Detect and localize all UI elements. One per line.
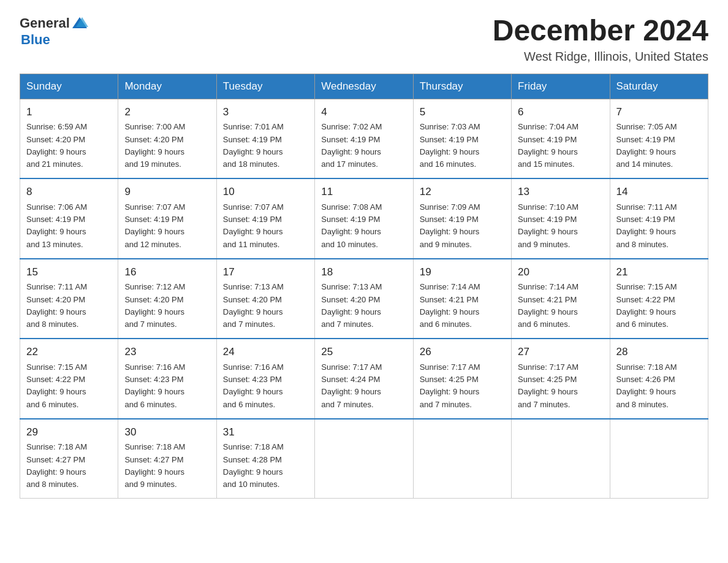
day-info: Sunrise: 7:06 AMSunset: 4:19 PMDaylight:… xyxy=(26,202,87,249)
day-number: 22 xyxy=(26,344,112,360)
calendar-header-thursday: Thursday xyxy=(413,74,511,99)
calendar-cell: 17 Sunrise: 7:13 AMSunset: 4:20 PMDaylig… xyxy=(216,259,314,339)
day-info: Sunrise: 7:16 AMSunset: 4:23 PMDaylight:… xyxy=(223,362,284,409)
logo-general-text: General xyxy=(20,15,70,31)
calendar-cell: 30 Sunrise: 7:18 AMSunset: 4:27 PMDaylig… xyxy=(118,419,216,499)
day-number: 11 xyxy=(321,184,406,200)
calendar-header-sunday: Sunday xyxy=(20,74,118,99)
calendar-cell: 19 Sunrise: 7:14 AMSunset: 4:21 PMDaylig… xyxy=(413,259,511,339)
day-info: Sunrise: 7:17 AMSunset: 4:24 PMDaylight:… xyxy=(321,362,382,409)
calendar-cell: 8 Sunrise: 7:06 AMSunset: 4:19 PMDayligh… xyxy=(20,178,118,259)
day-number: 6 xyxy=(518,104,603,120)
calendar-cell xyxy=(512,419,610,499)
calendar-cell: 9 Sunrise: 7:07 AMSunset: 4:19 PMDayligh… xyxy=(118,178,216,259)
calendar-header-row: SundayMondayTuesdayWednesdayThursdayFrid… xyxy=(20,74,708,99)
calendar-cell: 12 Sunrise: 7:09 AMSunset: 4:19 PMDaylig… xyxy=(413,178,511,259)
day-number: 14 xyxy=(616,184,702,200)
day-info: Sunrise: 7:01 AMSunset: 4:19 PMDaylight:… xyxy=(223,122,284,169)
day-info: Sunrise: 7:17 AMSunset: 4:25 PMDaylight:… xyxy=(420,362,480,409)
calendar-cell: 20 Sunrise: 7:14 AMSunset: 4:21 PMDaylig… xyxy=(512,259,610,339)
calendar-cell: 24 Sunrise: 7:16 AMSunset: 4:23 PMDaylig… xyxy=(216,339,314,419)
day-info: Sunrise: 7:17 AMSunset: 4:25 PMDaylight:… xyxy=(518,362,578,409)
calendar-week-3: 15 Sunrise: 7:11 AMSunset: 4:20 PMDaylig… xyxy=(20,259,708,339)
calendar-cell: 3 Sunrise: 7:01 AMSunset: 4:19 PMDayligh… xyxy=(216,99,314,178)
day-info: Sunrise: 7:03 AMSunset: 4:19 PMDaylight:… xyxy=(420,122,480,169)
calendar-cell: 16 Sunrise: 7:12 AMSunset: 4:20 PMDaylig… xyxy=(118,259,216,339)
day-info: Sunrise: 7:18 AMSunset: 4:28 PMDaylight:… xyxy=(223,442,284,489)
day-info: Sunrise: 7:10 AMSunset: 4:19 PMDaylight:… xyxy=(518,202,578,249)
day-info: Sunrise: 7:09 AMSunset: 4:19 PMDaylight:… xyxy=(420,202,480,249)
day-info: Sunrise: 7:18 AMSunset: 4:26 PMDaylight:… xyxy=(616,362,677,409)
calendar-header-monday: Monday xyxy=(118,74,216,99)
day-number: 4 xyxy=(321,104,406,120)
day-info: Sunrise: 7:14 AMSunset: 4:21 PMDaylight:… xyxy=(420,282,480,329)
day-number: 3 xyxy=(223,104,308,120)
day-number: 9 xyxy=(124,184,210,200)
day-number: 15 xyxy=(26,264,112,280)
calendar-cell: 21 Sunrise: 7:15 AMSunset: 4:22 PMDaylig… xyxy=(610,259,708,339)
day-info: Sunrise: 7:13 AMSunset: 4:20 PMDaylight:… xyxy=(223,282,284,329)
calendar-cell: 2 Sunrise: 7:00 AMSunset: 4:20 PMDayligh… xyxy=(118,99,216,178)
calendar-cell xyxy=(413,419,511,499)
day-number: 23 xyxy=(124,344,210,360)
day-info: Sunrise: 7:13 AMSunset: 4:20 PMDaylight:… xyxy=(321,282,382,329)
day-number: 28 xyxy=(616,344,702,360)
day-number: 13 xyxy=(518,184,603,200)
calendar-cell: 25 Sunrise: 7:17 AMSunset: 4:24 PMDaylig… xyxy=(315,339,413,419)
day-info: Sunrise: 7:18 AMSunset: 4:27 PMDaylight:… xyxy=(26,442,87,489)
day-info: Sunrise: 7:11 AMSunset: 4:19 PMDaylight:… xyxy=(616,202,677,249)
day-info: Sunrise: 7:18 AMSunset: 4:27 PMDaylight:… xyxy=(124,442,185,489)
calendar-header-friday: Friday xyxy=(512,74,610,99)
calendar-table: SundayMondayTuesdayWednesdayThursdayFrid… xyxy=(20,74,708,499)
day-info: Sunrise: 7:12 AMSunset: 4:20 PMDaylight:… xyxy=(124,282,185,329)
day-number: 8 xyxy=(26,184,112,200)
day-info: Sunrise: 7:14 AMSunset: 4:21 PMDaylight:… xyxy=(518,282,578,329)
calendar-cell: 15 Sunrise: 7:11 AMSunset: 4:20 PMDaylig… xyxy=(20,259,118,339)
day-number: 29 xyxy=(26,424,112,440)
day-number: 24 xyxy=(223,344,308,360)
calendar-cell: 26 Sunrise: 7:17 AMSunset: 4:25 PMDaylig… xyxy=(413,339,511,419)
calendar-cell: 23 Sunrise: 7:16 AMSunset: 4:23 PMDaylig… xyxy=(118,339,216,419)
day-number: 19 xyxy=(420,264,505,280)
calendar-week-5: 29 Sunrise: 7:18 AMSunset: 4:27 PMDaylig… xyxy=(20,419,708,499)
day-info: Sunrise: 7:16 AMSunset: 4:23 PMDaylight:… xyxy=(124,362,185,409)
day-number: 27 xyxy=(518,344,603,360)
day-info: Sunrise: 7:00 AMSunset: 4:20 PMDaylight:… xyxy=(124,122,185,169)
calendar-header-wednesday: Wednesday xyxy=(315,74,413,99)
day-number: 12 xyxy=(420,184,505,200)
day-info: Sunrise: 7:15 AMSunset: 4:22 PMDaylight:… xyxy=(616,282,677,329)
logo-icon xyxy=(71,15,88,32)
day-number: 7 xyxy=(616,104,702,120)
day-info: Sunrise: 7:15 AMSunset: 4:22 PMDaylight:… xyxy=(26,362,87,409)
day-number: 1 xyxy=(26,104,112,120)
calendar-header-saturday: Saturday xyxy=(610,74,708,99)
day-info: Sunrise: 7:07 AMSunset: 4:19 PMDaylight:… xyxy=(223,202,284,249)
calendar-week-2: 8 Sunrise: 7:06 AMSunset: 4:19 PMDayligh… xyxy=(20,178,708,259)
calendar-cell: 22 Sunrise: 7:15 AMSunset: 4:22 PMDaylig… xyxy=(20,339,118,419)
day-number: 20 xyxy=(518,264,603,280)
day-number: 26 xyxy=(420,344,505,360)
day-number: 5 xyxy=(420,104,505,120)
subtitle: West Ridge, Illinois, United States xyxy=(493,50,708,64)
calendar-cell: 14 Sunrise: 7:11 AMSunset: 4:19 PMDaylig… xyxy=(610,178,708,259)
calendar-cell: 13 Sunrise: 7:10 AMSunset: 4:19 PMDaylig… xyxy=(512,178,610,259)
day-info: Sunrise: 7:07 AMSunset: 4:19 PMDaylight:… xyxy=(124,202,185,249)
logo-blue-text: Blue xyxy=(21,32,50,48)
day-number: 16 xyxy=(124,264,210,280)
day-info: Sunrise: 7:04 AMSunset: 4:19 PMDaylight:… xyxy=(518,122,578,169)
calendar-cell: 11 Sunrise: 7:08 AMSunset: 4:19 PMDaylig… xyxy=(315,178,413,259)
calendar-cell: 31 Sunrise: 7:18 AMSunset: 4:28 PMDaylig… xyxy=(216,419,314,499)
calendar-header-tuesday: Tuesday xyxy=(216,74,314,99)
calendar-week-1: 1 Sunrise: 6:59 AMSunset: 4:20 PMDayligh… xyxy=(20,99,708,178)
day-number: 18 xyxy=(321,264,406,280)
calendar-cell: 6 Sunrise: 7:04 AMSunset: 4:19 PMDayligh… xyxy=(512,99,610,178)
day-number: 10 xyxy=(223,184,308,200)
day-info: Sunrise: 7:05 AMSunset: 4:19 PMDaylight:… xyxy=(616,122,677,169)
day-info: Sunrise: 7:02 AMSunset: 4:19 PMDaylight:… xyxy=(321,122,382,169)
calendar-cell: 10 Sunrise: 7:07 AMSunset: 4:19 PMDaylig… xyxy=(216,178,314,259)
day-number: 30 xyxy=(124,424,210,440)
calendar-cell xyxy=(610,419,708,499)
calendar-cell: 1 Sunrise: 6:59 AMSunset: 4:20 PMDayligh… xyxy=(20,99,118,178)
calendar-cell xyxy=(315,419,413,499)
main-title: December 2024 xyxy=(493,15,708,47)
